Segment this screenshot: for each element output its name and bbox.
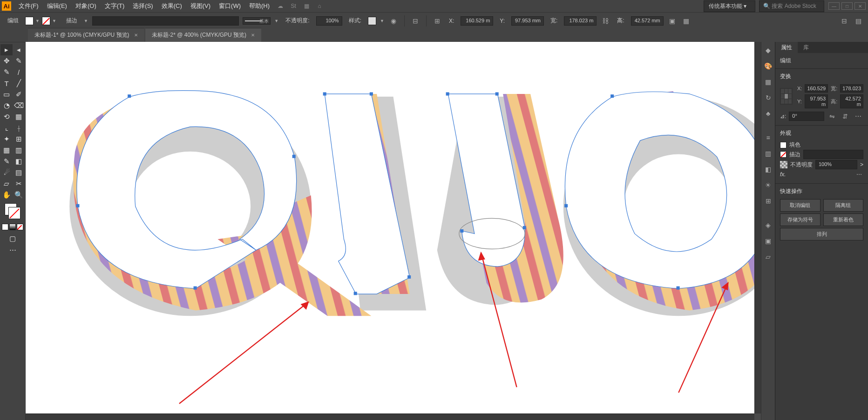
window-maximize[interactable]: □ bbox=[841, 2, 853, 10]
more-icon[interactable]: ⋯ bbox=[855, 170, 863, 179]
hand-tool[interactable]: ✋ bbox=[0, 189, 13, 200]
symbol-sprayer-tool[interactable]: ☄ bbox=[0, 167, 13, 178]
brush-tool[interactable]: ✐ bbox=[13, 89, 25, 100]
pen-tool[interactable]: ✎ bbox=[0, 67, 13, 78]
prop-w-field[interactable]: 178.023 bbox=[840, 84, 863, 93]
shape-builder-tool[interactable]: ✦ bbox=[0, 133, 13, 145]
ungroup-button[interactable]: 取消编组 bbox=[780, 199, 821, 212]
menu-file[interactable]: 文件(F) bbox=[15, 0, 42, 12]
document-tab[interactable]: 未标题-1* @ 100% (CMYK/GPU 预览)✕ bbox=[28, 28, 144, 42]
y-field[interactable]: 97.953 mm bbox=[511, 16, 544, 26]
menu-edit[interactable]: 编辑(E) bbox=[43, 0, 71, 12]
transform-icon[interactable]: ⊞ bbox=[432, 16, 442, 26]
swatches-icon[interactable]: ▦ bbox=[763, 76, 774, 87]
x-field[interactable]: 160.529 m bbox=[461, 16, 493, 26]
line-tool[interactable]: ╱ bbox=[13, 78, 25, 89]
align-icon[interactable]: ⊟ bbox=[410, 16, 420, 26]
flip-h-icon[interactable]: ⇋ bbox=[827, 111, 837, 121]
reference-point[interactable] bbox=[780, 88, 793, 105]
opacity-field[interactable]: 100% bbox=[316, 16, 342, 26]
free-transform-tool[interactable]: ⟊ bbox=[13, 122, 25, 133]
stroke-icon[interactable]: ≡ bbox=[763, 132, 774, 143]
vertical-scrollbar[interactable] bbox=[754, 42, 761, 413]
recolor-button[interactable]: 重新着色 bbox=[823, 213, 864, 226]
wand-tool[interactable]: ✥ bbox=[0, 55, 13, 67]
prop-x-field[interactable]: 160.529 bbox=[805, 84, 828, 93]
graph-tool[interactable]: ▤ bbox=[13, 167, 25, 178]
width-tool[interactable]: ⌞ bbox=[0, 122, 13, 133]
canvas[interactable] bbox=[26, 42, 761, 420]
none-mode[interactable] bbox=[17, 224, 23, 230]
artboard-tool[interactable]: ▱ bbox=[0, 178, 13, 189]
arrange-icon[interactable]: ▦ bbox=[301, 1, 312, 11]
eyedropper-tool[interactable]: ✎ bbox=[0, 156, 13, 167]
fill-swatch[interactable] bbox=[780, 142, 787, 148]
artboards-icon[interactable]: ▱ bbox=[763, 251, 774, 262]
tab-properties[interactable]: 属性 bbox=[775, 42, 798, 53]
prop-h-field[interactable]: 42.572 m bbox=[840, 94, 863, 108]
stroke-weight[interactable] bbox=[803, 150, 863, 159]
opacity-field[interactable]: 100% bbox=[815, 160, 857, 169]
document-tab[interactable]: 未标题-2* @ 400% (CMYK/GPU 预览)✕ bbox=[145, 28, 262, 42]
mesh-tool[interactable]: ▦ bbox=[0, 145, 13, 156]
graphic-styles-icon[interactable]: ⊞ bbox=[763, 195, 774, 207]
menu-help[interactable]: 帮助(H) bbox=[245, 0, 273, 12]
window-minimize[interactable]: — bbox=[828, 2, 840, 10]
gradient-tool[interactable]: ▥ bbox=[13, 145, 25, 156]
recolor-icon[interactable]: ◉ bbox=[388, 16, 399, 26]
direct-select-tool[interactable]: ◂ bbox=[13, 44, 25, 55]
stroke-weight[interactable] bbox=[92, 16, 239, 26]
appearance-icon[interactable]: ☀ bbox=[763, 180, 774, 191]
stroke-profile[interactable]: 基本 bbox=[243, 17, 271, 25]
menu-type[interactable]: 文字(T) bbox=[101, 0, 129, 12]
selection-tool[interactable]: ▸ bbox=[0, 44, 13, 55]
rectangle-tool[interactable]: ▭ bbox=[0, 89, 13, 100]
fx-label[interactable]: fx. bbox=[780, 171, 786, 178]
brushes-icon[interactable]: ↻ bbox=[763, 92, 774, 103]
edit-toolbar[interactable]: ⋯ bbox=[7, 244, 19, 255]
properties-icon[interactable]: ◆ bbox=[763, 45, 774, 56]
color-mode[interactable] bbox=[2, 224, 8, 230]
prop-y-field[interactable]: 97.953 m bbox=[805, 94, 828, 108]
scale-tool[interactable]: ▦ bbox=[13, 111, 25, 122]
shaper-tool[interactable]: ◔ bbox=[0, 100, 13, 111]
panel-menu-icon[interactable]: ▤ bbox=[853, 16, 863, 26]
curvature-tool[interactable]: / bbox=[13, 67, 25, 78]
screen-mode[interactable]: ▢ bbox=[7, 233, 19, 244]
blend-tool[interactable]: ◧ bbox=[13, 156, 25, 167]
stroke-swatch[interactable] bbox=[42, 17, 50, 25]
isolate-icon[interactable]: ▣ bbox=[667, 16, 678, 26]
collapse-icon[interactable]: ⊟ bbox=[839, 16, 849, 26]
fill-stroke-widget[interactable] bbox=[5, 203, 20, 219]
save-symbol-button[interactable]: 存储为符号 bbox=[780, 213, 821, 226]
stock-icon[interactable]: St bbox=[288, 1, 298, 11]
window-close[interactable]: ✕ bbox=[854, 2, 866, 10]
menu-window[interactable]: 窗口(W) bbox=[215, 0, 244, 12]
lasso-tool[interactable]: ✎ bbox=[13, 55, 25, 67]
cloud-icon[interactable]: ☁ bbox=[275, 1, 285, 11]
home-icon[interactable]: ⌂ bbox=[314, 1, 325, 11]
color-icon[interactable]: 🎨 bbox=[763, 60, 774, 72]
tab-libraries[interactable]: 库 bbox=[798, 42, 814, 53]
gradient-icon[interactable]: ▥ bbox=[763, 148, 774, 159]
arrange-button[interactable]: 排列 bbox=[780, 228, 863, 240]
height-field[interactable]: 42.572 mm bbox=[631, 16, 664, 26]
menu-effect[interactable]: 效果(C) bbox=[158, 0, 186, 12]
chevron-down-icon[interactable]: ▼ bbox=[84, 19, 88, 23]
chevron-down-icon[interactable]: ▼ bbox=[52, 19, 57, 23]
close-icon[interactable]: ✕ bbox=[251, 33, 255, 38]
workspace-selector[interactable]: 传统基本功能 ▾ bbox=[704, 0, 755, 12]
menu-object[interactable]: 对象(O) bbox=[72, 0, 100, 12]
rotate-tool[interactable]: ⟲ bbox=[0, 111, 13, 122]
type-tool[interactable]: T bbox=[0, 78, 13, 89]
zoom-tool[interactable]: 🔍 bbox=[13, 189, 25, 200]
flip-v-icon[interactable]: ⇵ bbox=[840, 111, 850, 121]
chevron-down-icon[interactable]: ▼ bbox=[35, 19, 40, 23]
horizontal-scrollbar[interactable] bbox=[26, 413, 754, 420]
style-swatch[interactable] bbox=[368, 17, 376, 25]
layers-icon[interactable]: ◈ bbox=[763, 220, 774, 231]
asset-export-icon[interactable]: ▣ bbox=[763, 235, 774, 247]
chevron-down-icon[interactable]: ▼ bbox=[274, 19, 279, 23]
transparency-icon[interactable]: ◧ bbox=[763, 164, 774, 175]
symbols-icon[interactable]: ♣ bbox=[763, 108, 774, 119]
